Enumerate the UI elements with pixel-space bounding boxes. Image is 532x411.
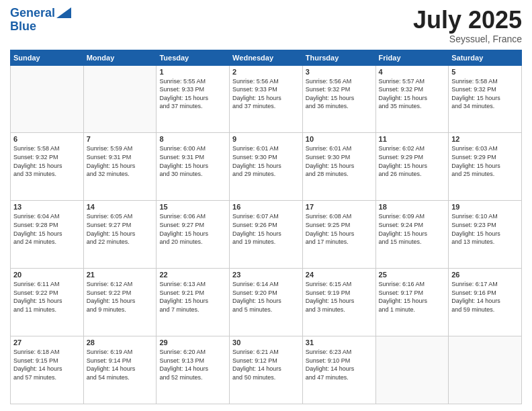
weekday-header-wednesday: Wednesday — [230, 50, 303, 65]
calendar-cell: 31Sunrise: 6:23 AM Sunset: 9:10 PM Dayli… — [302, 336, 375, 404]
weekday-header-row: SundayMondayTuesdayWednesdayThursdayFrid… — [11, 50, 522, 65]
day-info: Sunrise: 6:16 AM Sunset: 9:17 PM Dayligh… — [379, 280, 446, 314]
calendar-cell: 14Sunrise: 6:05 AM Sunset: 9:27 PM Dayli… — [83, 201, 157, 269]
week-row-4: 20Sunrise: 6:11 AM Sunset: 9:22 PM Dayli… — [11, 269, 522, 336]
day-number: 22 — [159, 271, 226, 279]
day-number: 31 — [306, 338, 373, 347]
day-number: 28 — [87, 338, 154, 347]
weekday-header-sunday: Sunday — [11, 50, 84, 65]
calendar-cell: 20Sunrise: 6:11 AM Sunset: 9:22 PM Dayli… — [11, 269, 84, 336]
day-number: 12 — [451, 135, 519, 143]
week-row-5: 27Sunrise: 6:18 AM Sunset: 9:15 PM Dayli… — [11, 336, 522, 404]
day-number: 14 — [87, 203, 154, 211]
calendar-cell: 24Sunrise: 6:15 AM Sunset: 9:19 PM Dayli… — [302, 269, 375, 336]
calendar-cell: 19Sunrise: 6:10 AM Sunset: 9:23 PM Dayli… — [449, 201, 522, 269]
svg-marker-0 — [56, 7, 71, 18]
day-info: Sunrise: 6:23 AM Sunset: 9:10 PM Dayligh… — [306, 348, 373, 381]
day-number: 21 — [87, 271, 154, 279]
calendar-cell: 2Sunrise: 5:56 AM Sunset: 9:33 PM Daylig… — [230, 65, 303, 133]
day-info: Sunrise: 5:55 AM Sunset: 9:33 PM Dayligh… — [159, 77, 226, 111]
day-number: 5 — [451, 68, 519, 76]
logo-icon — [56, 7, 71, 18]
day-info: Sunrise: 6:12 AM Sunset: 9:22 PM Dayligh… — [87, 280, 154, 314]
day-number: 10 — [306, 135, 373, 143]
weekday-header-thursday: Thursday — [302, 50, 375, 65]
header: General Blue July 2025 Seyssuel, France — [10, 7, 522, 44]
calendar-cell: 27Sunrise: 6:18 AM Sunset: 9:15 PM Dayli… — [11, 336, 84, 404]
week-row-1: 1Sunrise: 5:55 AM Sunset: 9:33 PM Daylig… — [11, 65, 522, 133]
calendar-cell: 15Sunrise: 6:06 AM Sunset: 9:27 PM Dayli… — [157, 201, 230, 269]
calendar-cell: 23Sunrise: 6:14 AM Sunset: 9:20 PM Dayli… — [230, 269, 303, 336]
day-number: 29 — [159, 338, 226, 347]
day-number: 2 — [232, 68, 300, 76]
day-number: 19 — [451, 203, 519, 211]
day-info: Sunrise: 6:19 AM Sunset: 9:14 PM Dayligh… — [87, 348, 154, 381]
logo-text: General — [10, 7, 55, 20]
calendar-cell — [449, 336, 522, 404]
day-info: Sunrise: 6:18 AM Sunset: 9:15 PM Dayligh… — [13, 348, 81, 381]
day-number: 13 — [13, 203, 81, 211]
calendar-cell: 18Sunrise: 6:09 AM Sunset: 9:24 PM Dayli… — [375, 201, 449, 269]
day-number: 1 — [159, 68, 226, 76]
day-number: 18 — [379, 203, 446, 211]
calendar-cell: 29Sunrise: 6:20 AM Sunset: 9:13 PM Dayli… — [157, 336, 230, 404]
calendar-table: SundayMondayTuesdayWednesdayThursdayFrid… — [10, 50, 522, 404]
calendar-cell: 10Sunrise: 6:01 AM Sunset: 9:30 PM Dayli… — [302, 133, 375, 201]
calendar-cell: 5Sunrise: 5:58 AM Sunset: 9:32 PM Daylig… — [449, 65, 522, 133]
day-number: 11 — [379, 135, 446, 143]
calendar-cell: 26Sunrise: 6:17 AM Sunset: 9:16 PM Dayli… — [449, 269, 522, 336]
day-number: 26 — [451, 271, 519, 279]
day-info: Sunrise: 6:11 AM Sunset: 9:22 PM Dayligh… — [13, 280, 81, 314]
calendar-cell: 17Sunrise: 6:08 AM Sunset: 9:25 PM Dayli… — [302, 201, 375, 269]
day-number: 6 — [13, 135, 81, 143]
day-info: Sunrise: 6:20 AM Sunset: 9:13 PM Dayligh… — [159, 348, 226, 381]
day-number: 8 — [159, 135, 226, 143]
day-info: Sunrise: 6:09 AM Sunset: 9:24 PM Dayligh… — [379, 212, 446, 246]
day-info: Sunrise: 6:01 AM Sunset: 9:30 PM Dayligh… — [306, 144, 373, 178]
calendar-cell: 6Sunrise: 5:58 AM Sunset: 9:32 PM Daylig… — [11, 133, 84, 201]
day-info: Sunrise: 6:07 AM Sunset: 9:26 PM Dayligh… — [232, 212, 300, 246]
calendar-cell — [83, 65, 157, 133]
page: General Blue July 2025 Seyssuel, France … — [0, 0, 532, 411]
logo: General Blue — [10, 7, 71, 34]
day-number: 27 — [13, 338, 81, 347]
day-info: Sunrise: 6:03 AM Sunset: 9:29 PM Dayligh… — [451, 144, 519, 178]
day-number: 15 — [159, 203, 226, 211]
day-info: Sunrise: 6:04 AM Sunset: 9:28 PM Dayligh… — [13, 212, 81, 246]
day-number: 7 — [87, 135, 154, 143]
day-info: Sunrise: 5:59 AM Sunset: 9:31 PM Dayligh… — [87, 144, 154, 178]
calendar-cell: 16Sunrise: 6:07 AM Sunset: 9:26 PM Dayli… — [230, 201, 303, 269]
day-number: 30 — [232, 338, 300, 347]
day-number: 3 — [306, 68, 373, 76]
day-info: Sunrise: 6:10 AM Sunset: 9:23 PM Dayligh… — [451, 212, 519, 246]
day-info: Sunrise: 5:57 AM Sunset: 9:32 PM Dayligh… — [379, 77, 446, 111]
day-info: Sunrise: 6:00 AM Sunset: 9:31 PM Dayligh… — [159, 144, 226, 178]
day-info: Sunrise: 6:17 AM Sunset: 9:16 PM Dayligh… — [451, 280, 519, 314]
calendar-cell: 4Sunrise: 5:57 AM Sunset: 9:32 PM Daylig… — [375, 65, 449, 133]
day-info: Sunrise: 6:13 AM Sunset: 9:21 PM Dayligh… — [159, 280, 226, 314]
day-info: Sunrise: 6:01 AM Sunset: 9:30 PM Dayligh… — [232, 144, 300, 178]
calendar-cell: 1Sunrise: 5:55 AM Sunset: 9:33 PM Daylig… — [157, 65, 230, 133]
calendar-cell — [11, 65, 84, 133]
calendar-cell: 7Sunrise: 5:59 AM Sunset: 9:31 PM Daylig… — [83, 133, 157, 201]
calendar-cell: 25Sunrise: 6:16 AM Sunset: 9:17 PM Dayli… — [375, 269, 449, 336]
weekday-header-monday: Monday — [83, 50, 157, 65]
day-info: Sunrise: 6:05 AM Sunset: 9:27 PM Dayligh… — [87, 212, 154, 246]
weekday-header-tuesday: Tuesday — [157, 50, 230, 65]
week-row-3: 13Sunrise: 6:04 AM Sunset: 9:28 PM Dayli… — [11, 201, 522, 269]
calendar-cell: 22Sunrise: 6:13 AM Sunset: 9:21 PM Dayli… — [157, 269, 230, 336]
day-number: 16 — [232, 203, 300, 211]
day-info: Sunrise: 6:21 AM Sunset: 9:12 PM Dayligh… — [232, 348, 300, 381]
day-info: Sunrise: 6:08 AM Sunset: 9:25 PM Dayligh… — [306, 212, 373, 246]
week-row-2: 6Sunrise: 5:58 AM Sunset: 9:32 PM Daylig… — [11, 133, 522, 201]
day-info: Sunrise: 5:58 AM Sunset: 9:32 PM Dayligh… — [451, 77, 519, 111]
day-info: Sunrise: 5:56 AM Sunset: 9:33 PM Dayligh… — [232, 77, 300, 111]
day-number: 23 — [232, 271, 300, 279]
weekday-header-saturday: Saturday — [449, 50, 522, 65]
day-number: 20 — [13, 271, 81, 279]
logo-blue: Blue — [10, 20, 36, 34]
calendar-cell: 28Sunrise: 6:19 AM Sunset: 9:14 PM Dayli… — [83, 336, 157, 404]
calendar-cell — [375, 336, 449, 404]
day-info: Sunrise: 6:06 AM Sunset: 9:27 PM Dayligh… — [159, 212, 226, 246]
month-title: July 2025 — [413, 7, 522, 34]
